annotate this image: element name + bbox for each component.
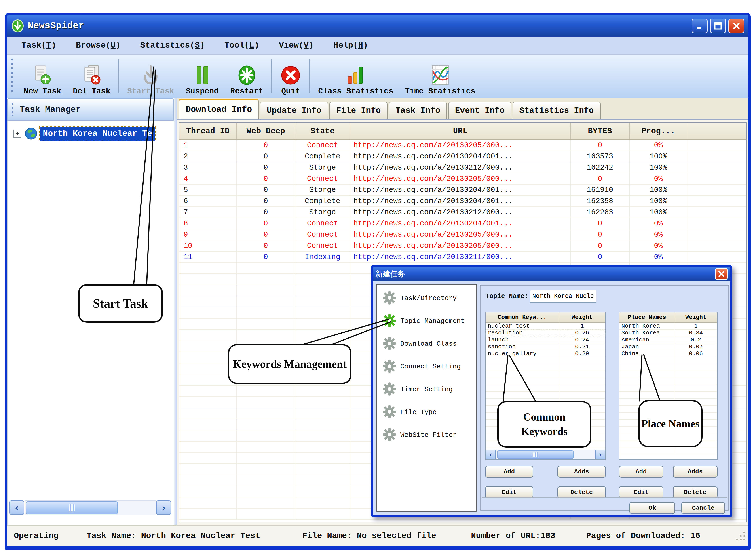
toolbar-button-class-statistics[interactable]: Class Statistics — [312, 55, 399, 98]
task-tree-item-label[interactable]: North Korea Nuclear Te — [40, 127, 155, 141]
gear-icon — [382, 314, 396, 329]
close-button[interactable] — [728, 18, 744, 33]
place-row[interactable]: Japan0.07 — [619, 343, 717, 350]
table-row[interactable]: 70Storgehttp://news.qq.com/a/20130212/00… — [179, 207, 746, 218]
place-row[interactable]: China0.06 — [619, 350, 717, 357]
toolbar-button-suspend[interactable]: Suspend — [180, 55, 224, 98]
keyword-row[interactable]: resolution0.26 — [485, 330, 605, 336]
places-adds-button[interactable]: Adds — [673, 466, 717, 478]
scroll-left-icon[interactable]: ‹ — [485, 450, 496, 459]
table-row[interactable]: 50Storgehttp://news.qq.com/a/20130204/00… — [179, 184, 746, 196]
dialog-nav-website-filter[interactable]: WebSite Filter — [377, 428, 476, 442]
column-header-url[interactable]: URL — [350, 123, 571, 140]
table-row[interactable]: 60Completehttp://news.qq.com/a/20130204/… — [179, 196, 746, 207]
task-tree-item[interactable]: + North Korea Nuclear Te — [13, 126, 174, 142]
keyword-row[interactable]: nucler gallary0.29 — [485, 350, 605, 357]
panel-splitter[interactable] — [174, 98, 177, 525]
cell-state: Connect — [295, 240, 350, 252]
dialog-title-bar[interactable]: 新建任务 — [373, 266, 730, 281]
tab-file-info[interactable]: File Info — [329, 102, 388, 119]
keyword-row[interactable]: nuclear test1 — [485, 323, 605, 330]
cell-url: http://news.qq.com/a/20130211/000... — [350, 252, 571, 263]
toolbar-button-quit[interactable]: Quit — [274, 55, 307, 98]
table-row[interactable]: 100Connecthttp://news.qq.com/a/20130205/… — [179, 240, 746, 252]
tab-statistics-info[interactable]: Statistics Info — [513, 102, 600, 119]
cell-filler — [687, 151, 746, 162]
table-row[interactable]: 110Indexinghttp://news.qq.com/a/20130211… — [179, 252, 746, 263]
column-header-place-names[interactable]: Place Names — [619, 312, 675, 322]
menu-item-task-t[interactable]: Task(T) — [21, 41, 56, 50]
place-row[interactable]: South Korea0.34 — [619, 330, 717, 336]
column-header-thread-id[interactable]: Thread ID — [179, 123, 237, 140]
places-delete-button[interactable]: Delete — [673, 486, 717, 498]
scroll-right-icon[interactable]: › — [156, 500, 171, 515]
table-row[interactable]: 10Connecthttp://news.qq.com/a/20130205/0… — [179, 140, 746, 151]
scrollbar-track[interactable] — [496, 450, 595, 459]
column-header-common-keywords[interactable]: Common Keyw... — [485, 312, 559, 322]
cell-filler — [687, 162, 746, 173]
tab-task-info[interactable]: Task Info — [389, 102, 447, 119]
places-edit-button[interactable]: Edit — [619, 486, 664, 498]
keyword-row[interactable]: sanction0.21 — [485, 343, 605, 350]
keywords-adds-button[interactable]: Adds — [557, 466, 606, 478]
cancel-button[interactable]: Cancle — [681, 502, 725, 514]
expand-icon[interactable]: + — [13, 130, 21, 138]
cell-empty — [295, 408, 350, 419]
task-manager-hscrollbar[interactable]: ‹ › — [9, 500, 171, 515]
column-header-weight[interactable]: Weight — [559, 312, 605, 322]
table-row[interactable]: 20Completehttp://news.qq.com/a/20130204/… — [179, 151, 746, 162]
keywords-delete-button[interactable]: Delete — [557, 486, 606, 498]
table-row[interactable]: 80Connecthttp://news.qq.com/a/20130204/0… — [179, 218, 746, 229]
resize-grip-icon[interactable] — [735, 530, 746, 542]
place-row[interactable]: North Korea1 — [619, 323, 717, 330]
column-header-weight[interactable]: Weight — [675, 312, 717, 322]
column-header-web-deep[interactable]: Web Deep — [237, 123, 295, 140]
cell-url: http://news.qq.com/a/20130212/000... — [350, 207, 571, 218]
place-row[interactable]: American0.2 — [619, 336, 717, 343]
toolbar-button-del-task[interactable]: Del Task — [67, 55, 116, 98]
keywords-edit-button[interactable]: Edit — [485, 486, 533, 498]
menu-item-browse-u[interactable]: Browse(U) — [76, 41, 121, 50]
minimize-button[interactable] — [692, 18, 708, 33]
ok-button[interactable]: Ok — [629, 502, 675, 514]
dialog-nav-file-type[interactable]: File Type — [377, 405, 476, 419]
scrollbar-track[interactable] — [24, 500, 156, 515]
scroll-right-icon[interactable]: › — [595, 450, 605, 459]
toolbar-button-time-statistics[interactable]: Time Statistics — [399, 55, 481, 98]
cell-empty — [295, 464, 350, 475]
menu-item-help-h[interactable]: Help(H) — [333, 41, 368, 50]
dialog-nav-topic-management[interactable]: Topic Management — [377, 314, 476, 328]
column-header-prog[interactable]: Prog... — [630, 123, 687, 140]
tab-event-info[interactable]: Event Info — [448, 102, 511, 119]
dialog-nav-download-class[interactable]: Download Class — [377, 337, 476, 351]
toolbar-button-new-task[interactable]: New Task — [18, 55, 67, 98]
scrollbar-thumb[interactable] — [497, 451, 574, 459]
places-add-button[interactable]: Add — [619, 466, 664, 478]
cell-empty — [485, 371, 559, 378]
dialog-nav-connect-setting[interactable]: Connect Setting — [377, 360, 476, 374]
cell-empty — [295, 430, 350, 442]
toolbar-button-start-task[interactable]: Start Task — [122, 55, 180, 98]
table-row[interactable]: 90Connecthttp://news.qq.com/a/20130205/0… — [179, 229, 746, 240]
menu-item-statistics-s[interactable]: Statistics(S) — [140, 41, 205, 50]
scrollbar-thumb[interactable] — [26, 501, 118, 515]
maximize-button[interactable] — [710, 18, 726, 33]
topic-name-input[interactable] — [530, 290, 596, 303]
scroll-left-icon[interactable]: ‹ — [9, 500, 24, 515]
keyword-row[interactable]: launch0.24 — [485, 336, 605, 343]
keywords-add-button[interactable]: Add — [485, 466, 533, 478]
table-row[interactable]: 30Storgehttp://news.qq.com/a/20130212/00… — [179, 162, 746, 173]
tab-download-info[interactable]: Download Info — [179, 98, 258, 119]
menu-item-tool-l[interactable]: Tool(L) — [224, 41, 259, 50]
tab-update-info[interactable]: Update Info — [260, 102, 328, 119]
table-row[interactable]: 40Connecthttp://news.qq.com/a/20130205/0… — [179, 173, 746, 184]
dialog-nav-task-directory[interactable]: Task/Directory — [377, 291, 476, 305]
column-header-bytes[interactable]: BYTES — [571, 123, 630, 140]
menu-item-view-v[interactable]: View(V) — [279, 41, 314, 50]
toolbar-button-restart[interactable]: Restart — [224, 55, 269, 98]
dialog-close-button[interactable] — [715, 268, 728, 280]
column-header-state[interactable]: State — [295, 123, 350, 140]
title-bar[interactable]: NewsSpider — [7, 15, 748, 36]
keywords-hscrollbar[interactable]: ‹ › — [485, 450, 605, 459]
dialog-nav-timer-setting[interactable]: Timer Setting — [377, 383, 476, 396]
